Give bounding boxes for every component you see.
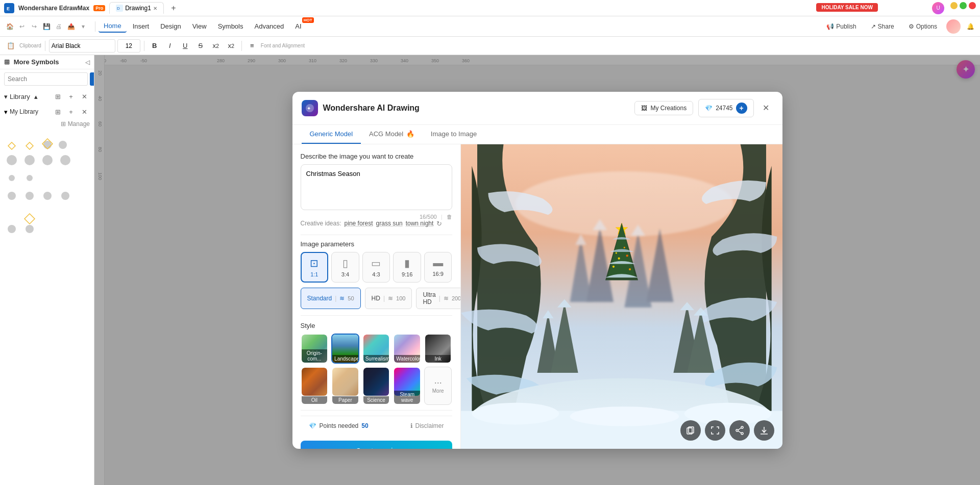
- style-ink[interactable]: Ink: [424, 334, 452, 364]
- ratio-4-3[interactable]: ▭ 4:3: [362, 252, 390, 283]
- tab-generic-model[interactable]: Generic Model: [302, 125, 361, 144]
- manage-link[interactable]: ⊞ Manage: [61, 120, 90, 127]
- my-library-manage-button[interactable]: ✕: [79, 106, 90, 117]
- new-tab-button[interactable]: +: [168, 3, 179, 14]
- home-button[interactable]: 🏠: [4, 21, 15, 32]
- font-family-input[interactable]: [49, 39, 115, 53]
- expand-image-button[interactable]: [705, 420, 725, 441]
- style-landscape[interactable]: Landscape: [331, 334, 359, 364]
- align-button[interactable]: ≡: [246, 39, 259, 53]
- options-label: Options: [916, 23, 937, 30]
- superscript-button[interactable]: x2: [225, 39, 238, 53]
- maximize-button[interactable]: [960, 2, 967, 9]
- search-input[interactable]: [4, 72, 88, 86]
- strikethrough-button[interactable]: S: [194, 39, 207, 53]
- options-button[interactable]: ⚙ Options: [903, 21, 942, 32]
- user-avatar-menu[interactable]: [946, 19, 961, 34]
- idea-grass-sun[interactable]: grass sun: [376, 220, 403, 227]
- prompt-textarea[interactable]: Christmas Season: [301, 164, 452, 210]
- search-button[interactable]: Search: [90, 72, 94, 86]
- underline-button[interactable]: U: [179, 39, 192, 53]
- quality-standard[interactable]: Standard | ≋ 50: [301, 288, 361, 309]
- share-button[interactable]: ↗ Share: [866, 21, 899, 32]
- export-button[interactable]: 📤: [65, 21, 77, 32]
- style-surrealism[interactable]: Surrealism: [362, 334, 390, 364]
- download-image-button[interactable]: [754, 420, 774, 441]
- library-grid-view-button[interactable]: ⊞: [52, 91, 63, 102]
- minimize-button[interactable]: [950, 2, 958, 9]
- font-size-input[interactable]: [117, 39, 140, 53]
- undo-button[interactable]: ↩: [16, 21, 28, 32]
- quality-ultra-hd[interactable]: Ultra HD | ≋ 200: [416, 288, 460, 309]
- svg-line-63: [738, 431, 741, 433]
- ultra-hd-label: Ultra HD: [423, 291, 435, 305]
- my-library-add-button[interactable]: +: [65, 106, 77, 117]
- add-points-button[interactable]: +: [736, 103, 747, 114]
- sidebar-collapse-button[interactable]: ◁: [85, 59, 90, 66]
- style-origin[interactable]: Origin-com...: [301, 334, 329, 364]
- subscript-button[interactable]: x2: [209, 39, 223, 53]
- menu-home[interactable]: Home: [99, 20, 127, 33]
- ratio-9-16[interactable]: ▮ 9:16: [393, 252, 421, 283]
- bold-button[interactable]: B: [148, 39, 161, 53]
- idea-town-night[interactable]: town night: [406, 220, 434, 227]
- close-window-button[interactable]: [969, 2, 976, 9]
- menu-advanced[interactable]: Advanced: [249, 20, 289, 32]
- disclaimer-link[interactable]: ℹ Disclaimer: [410, 422, 444, 429]
- menu-design[interactable]: Design: [155, 20, 186, 32]
- menu-symbols[interactable]: Symbols: [213, 20, 249, 32]
- style-oil[interactable]: Oil: [301, 367, 329, 405]
- clipboard-group-icon: 📋: [4, 39, 17, 53]
- my-creations-button[interactable]: 🖼 My Creations: [634, 101, 693, 115]
- style-watercolor[interactable]: Watercolor: [393, 334, 421, 364]
- create-again-button[interactable]: Create again: [301, 441, 452, 449]
- idea-pine-forest[interactable]: pine forest: [345, 220, 373, 227]
- standard-icon: ≋: [339, 295, 345, 302]
- user-avatar[interactable]: U: [932, 2, 944, 14]
- style-steamwave-label: Steam wave: [394, 391, 420, 404]
- hd-icon: ≋: [388, 295, 393, 302]
- canvas-area[interactable]: -70 -60 -50 280 290 300 310 320 330 340 …: [94, 55, 980, 485]
- symbols-icon: ⊞: [4, 58, 10, 66]
- italic-button[interactable]: I: [163, 39, 177, 53]
- tab-image-to-image[interactable]: Image to Image: [423, 125, 485, 144]
- library-add-button[interactable]: +: [65, 91, 77, 102]
- ratio-16-9[interactable]: ▬ 16:9: [424, 252, 452, 283]
- my-library-grid-button[interactable]: ⊞: [52, 106, 63, 117]
- modal-close-button[interactable]: ✕: [759, 101, 773, 115]
- tab-close-btn[interactable]: ✕: [153, 6, 157, 11]
- ratio-3-4[interactable]: ▯ 3:4: [331, 252, 359, 283]
- style-paper[interactable]: Paper: [331, 367, 359, 405]
- clear-prompt-button[interactable]: 🗑: [447, 214, 452, 220]
- style-more-button[interactable]: ··· More: [424, 367, 452, 405]
- copy-image-button[interactable]: [680, 420, 701, 441]
- chevron-down-icon-lib: ▾: [4, 108, 8, 116]
- left-sidebar: ⊞ More Symbols ◁ Search ▾ Library ▴ ⊞ + …: [0, 55, 94, 485]
- save-button[interactable]: 💾: [41, 21, 52, 32]
- clipboard-label: Clipboard: [19, 43, 41, 48]
- menu-insert[interactable]: Insert: [128, 20, 155, 32]
- style-science[interactable]: Science: [362, 367, 390, 405]
- tab-acg-model[interactable]: ACG Model 🔥: [361, 125, 423, 144]
- publish-button[interactable]: 📢 Publish: [821, 21, 861, 32]
- style-watercolor-label: Watercolor: [394, 355, 420, 363]
- ratio-16-9-icon: ▬: [433, 257, 443, 269]
- style-steamwave[interactable]: Steam wave: [393, 367, 421, 405]
- quality-hd[interactable]: HD | ≋ 100: [365, 288, 412, 309]
- library-title: ▾ Library ▴: [4, 93, 52, 100]
- share-image-button[interactable]: [729, 420, 750, 441]
- more-button[interactable]: ▾: [78, 21, 89, 32]
- refresh-ideas-button[interactable]: ↻: [436, 220, 442, 227]
- redo-button[interactable]: ↪: [29, 21, 40, 32]
- print-button[interactable]: 🖨: [53, 21, 64, 32]
- library-close-button[interactable]: ✕: [79, 91, 90, 102]
- my-library-title: My Library: [10, 108, 50, 115]
- ratio-1-1[interactable]: ⊡ 1:1: [301, 252, 329, 283]
- menu-ai[interactable]: AI HOT: [290, 20, 306, 32]
- active-tab[interactable]: D Drawing1 ✕: [109, 2, 164, 14]
- ultra-hd-icon: ≋: [444, 295, 449, 302]
- svg-point-43: [626, 254, 628, 257]
- notification-button[interactable]: 🔔: [965, 21, 976, 32]
- menu-view[interactable]: View: [187, 20, 212, 32]
- holiday-banner: HOLIDAY SALE NOW: [816, 3, 878, 12]
